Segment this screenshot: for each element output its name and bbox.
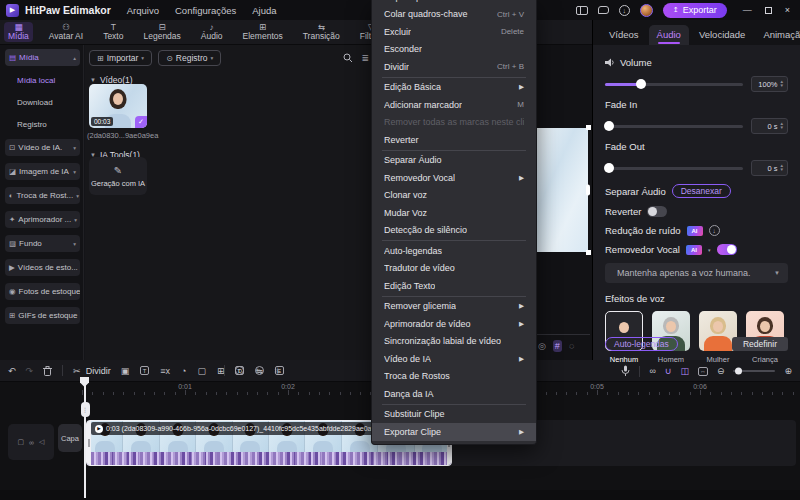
tab-animacao[interactable]: Animação xyxy=(755,25,800,45)
menu-dividir[interactable]: Dividir Ctrl + B xyxy=(372,58,536,76)
menu-mudar-voz[interactable]: Mudar Voz xyxy=(372,204,536,222)
fade-out-slider[interactable] xyxy=(605,167,743,170)
selection-handle[interactable] xyxy=(586,185,590,196)
zoom-in-icon[interactable]: ⊕ xyxy=(784,365,792,377)
menu-removedor-vocal[interactable]: Removedor Vocal ▶ xyxy=(372,169,536,187)
remove-keyframes-icon[interactable]: ≡x xyxy=(160,365,170,377)
export-button[interactable]: ↥ Exportar xyxy=(663,3,727,18)
download-circle-icon[interactable]: ↓ xyxy=(709,225,720,236)
desanexar-button[interactable]: Desanexar xyxy=(672,184,731,198)
playhead-grip[interactable]: ⋮ xyxy=(81,402,90,417)
fit-timeline-icon[interactable]: ↔ xyxy=(698,367,708,376)
tab-legendas[interactable]: ⊟ Legendas xyxy=(139,22,184,43)
menu-remover-marcas[interactable]: Remover todas as marcas neste clipe xyxy=(372,114,536,132)
reverter-toggle[interactable] xyxy=(647,206,667,217)
volume-value-field[interactable]: 100% ▲▼ xyxy=(751,76,788,92)
auto-gap-icon[interactable]: ◫ xyxy=(680,365,689,377)
zoom-out-icon[interactable]: ⊖ xyxy=(717,365,725,377)
menubar-item[interactable]: Configurações xyxy=(175,5,236,16)
user-avatar[interactable] xyxy=(640,4,653,17)
split-scissors-icon[interactable]: ✂ xyxy=(73,365,81,377)
menu-video-ia[interactable]: Vídeo de IA ▶ xyxy=(372,350,536,368)
ratio-icon[interactable]: ◎ xyxy=(538,340,546,352)
sidebar-item-midia-local[interactable]: Mídia local xyxy=(17,73,92,88)
menu-remover-glicemia[interactable]: Remover glicemia ▶ xyxy=(372,298,536,316)
cover-button[interactable]: Capa xyxy=(58,424,82,452)
ai-generation-card[interactable]: ✎ Geração com IA xyxy=(89,157,147,195)
menu-esconder[interactable]: Esconder xyxy=(372,41,536,59)
menu-clonar-voz[interactable]: Clonar voz xyxy=(372,187,536,205)
crop-icon[interactable]: ▢ xyxy=(197,365,206,377)
redefinir-button[interactable]: Redefinir xyxy=(732,337,788,351)
timeline-zoom-slider[interactable] xyxy=(733,370,775,372)
tab-audio-panel[interactable]: Áudio xyxy=(649,25,689,45)
list-view-icon[interactable]: ≣ xyxy=(361,53,369,63)
menu-sincronizacao-labial[interactable]: Sincronização labial de vídeo xyxy=(372,333,536,351)
tab-transicao[interactable]: ⇆ Transição xyxy=(299,22,344,43)
timeline-scrollbar-area[interactable] xyxy=(0,490,800,500)
sidebar-item-aprimorador[interactable]: ✦ Aprimorador ... ▾ xyxy=(5,211,80,228)
tab-elementos[interactable]: ⊞ Elementos xyxy=(239,22,287,43)
menubar-item[interactable]: Arquivo xyxy=(127,5,159,16)
link-icon[interactable]: ∞ xyxy=(649,365,655,377)
menu-edicao-basica[interactable]: Edição Básica ▶ xyxy=(372,79,536,97)
menu-colar-quadros[interactable]: Colar quadros-chave Ctrl + V xyxy=(372,6,536,24)
avatar-tool-icon[interactable]: ☺ xyxy=(255,366,264,375)
fullscreen-icon[interactable]: ◌ xyxy=(569,340,574,352)
playhead-line[interactable] xyxy=(84,377,86,498)
track-loop-icon[interactable]: ∞ xyxy=(29,439,34,446)
microphone-icon[interactable] xyxy=(621,365,630,377)
sidebar-item-midia[interactable]: ▤ Mídia ▴ xyxy=(5,49,80,66)
menu-deteccao-silencio[interactable]: Detecção de silêncio xyxy=(372,222,536,240)
trash-icon[interactable] xyxy=(43,366,52,376)
menu-auto-legendas[interactable]: Auto-legendas xyxy=(372,242,536,260)
tab-audio[interactable]: ♪ Áudio xyxy=(197,22,227,43)
fade-out-value-field[interactable]: 0s ▲▼ xyxy=(751,160,788,176)
grid-icon[interactable]: # xyxy=(553,340,562,352)
magnet-icon[interactable]: ∪ xyxy=(665,365,672,377)
menu-tradutor-video[interactable]: Tradutor de vídeo xyxy=(372,260,536,278)
speed-icon[interactable]: ◔ xyxy=(181,365,186,377)
tab-velocidade[interactable]: Velocidade xyxy=(691,25,753,45)
text-tool-icon[interactable]: T xyxy=(235,366,244,375)
sidebar-item-video-ia[interactable]: ⊡ Vídeo de IA. ▾ xyxy=(5,139,80,156)
menu-adicionar-marcador[interactable]: Adicionar marcador M xyxy=(372,96,536,114)
minimize-button[interactable]: — xyxy=(743,5,752,15)
sidebar-item-download[interactable]: Download xyxy=(17,95,92,110)
track-volume-icon[interactable]: ◁ xyxy=(39,438,44,446)
sidebar-item-registro[interactable]: Registro xyxy=(17,117,92,132)
menu-excluir[interactable]: Excluir Delete xyxy=(372,23,536,41)
clip-trim-handle-left[interactable] xyxy=(87,421,91,465)
menu-substituir-clipe[interactable]: Substituir Clipe xyxy=(372,406,536,424)
feedback-icon[interactable] xyxy=(598,6,609,14)
split-label[interactable]: Dividir xyxy=(86,366,111,376)
tab-videos[interactable]: Vídeos xyxy=(601,25,647,45)
record-button[interactable]: ⊙ Registro ▾ xyxy=(158,50,221,66)
fade-in-slider[interactable] xyxy=(605,125,743,128)
sidebar-item-fundo[interactable]: ▨ Fundo ▾ xyxy=(5,235,80,252)
import-button[interactable]: ⊞ Importar ▾ xyxy=(89,50,152,66)
tab-midia[interactable]: ▦ Mídia xyxy=(4,22,33,43)
volume-slider[interactable] xyxy=(605,83,743,86)
track-lock-icon[interactable]: ▢ xyxy=(17,438,24,446)
media-video-thumbnail[interactable]: 00:03 ✓ xyxy=(89,84,147,128)
menu-exportar-clipe[interactable]: Exportar Clipe ▶ xyxy=(372,423,536,441)
stepper-icons[interactable]: ▲▼ xyxy=(780,80,784,89)
menu-separar-audio[interactable]: Separar Áudio xyxy=(372,152,536,170)
removedor-vocal-toggle[interactable] xyxy=(717,244,737,255)
tab-avatar-ai[interactable]: ⚇ Avatar AI xyxy=(45,22,87,43)
maximize-button[interactable] xyxy=(765,7,772,14)
workspace-layout-icon[interactable] xyxy=(576,6,588,15)
selection-handle[interactable] xyxy=(586,250,591,255)
menu-edicao-texto[interactable]: Edição Texto xyxy=(372,277,536,295)
search-icon[interactable] xyxy=(343,53,353,63)
download-icon[interactable]: ↓ xyxy=(619,5,630,16)
tab-texto[interactable]: T Texto xyxy=(99,22,127,43)
mask-icon[interactable]: ▣ xyxy=(121,365,130,377)
menu-danca-ia[interactable]: Dança da IA xyxy=(372,385,536,403)
menubar-item[interactable]: Ajuda xyxy=(252,5,276,16)
redo-icon[interactable]: ↷ xyxy=(26,365,34,377)
undo-icon[interactable]: ↶ xyxy=(8,365,16,377)
sidebar-item-troca-rostos[interactable]: ◐ Troca de Rost... ▾ xyxy=(5,187,80,204)
sidebar-item-fotos-estoque[interactable]: ◉ Fotos de estoque xyxy=(5,283,80,300)
